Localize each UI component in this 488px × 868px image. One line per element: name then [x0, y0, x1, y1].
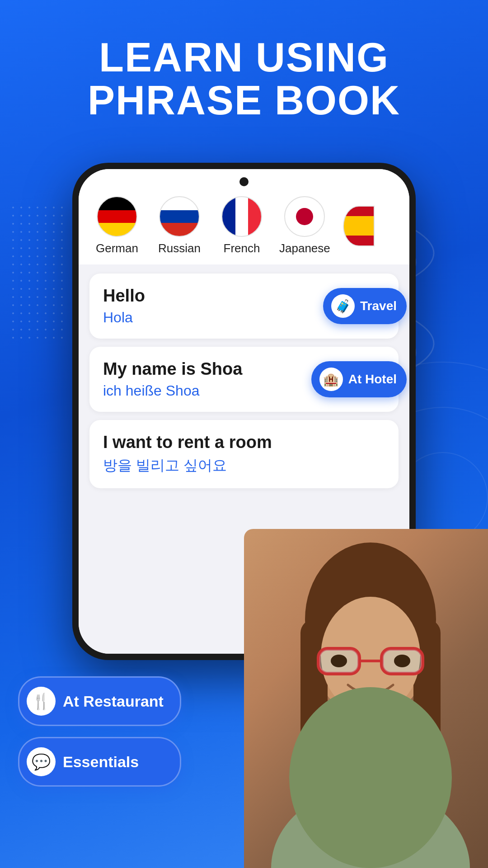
svg-point-16 — [289, 687, 452, 868]
language-russian[interactable]: Russian — [155, 196, 204, 255]
phrase-english-3: I want to rent a room — [103, 433, 385, 452]
phrase-card-hello[interactable]: Hello Hola 🧳 Travel — [89, 274, 399, 339]
dot-pattern-decoration — [9, 203, 63, 339]
essentials-icon: 💬 — [27, 747, 56, 776]
russian-flag — [159, 196, 200, 237]
woman-photo — [244, 529, 488, 868]
japanese-flag — [284, 196, 325, 237]
svg-point-12 — [331, 655, 347, 667]
title-line-1: LEARN USING — [0, 36, 488, 79]
travel-icon: 🧳 — [331, 294, 355, 318]
japanese-label: Japanese — [279, 241, 330, 255]
restaurant-icon: 🍴 — [27, 687, 56, 716]
title-line-2: PHRASE BOOK — [0, 79, 488, 122]
hotel-icon: 🏨 — [319, 368, 343, 391]
language-spanish-partial[interactable] — [343, 206, 375, 246]
travel-label: Travel — [360, 299, 397, 313]
russian-label: Russian — [158, 241, 201, 255]
language-japanese[interactable]: Japanese — [279, 196, 330, 255]
french-label: French — [224, 241, 260, 255]
phrase-card-room[interactable]: I want to rent a room 방을 빌리고 싶어요 — [89, 420, 399, 488]
german-label: German — [96, 241, 138, 255]
person-illustration — [244, 529, 488, 868]
language-french[interactable]: French — [217, 196, 267, 255]
hotel-label: At Hotel — [348, 372, 397, 387]
floating-category-buttons: 🍴 At Restaurant 💬 Essentials — [18, 676, 181, 787]
header-title: LEARN USING PHRASE BOOK — [0, 0, 488, 144]
spanish-flag-partial — [343, 206, 375, 246]
german-flag — [97, 196, 137, 237]
restaurant-button[interactable]: 🍴 At Restaurant — [18, 676, 181, 726]
language-german[interactable]: German — [92, 196, 142, 255]
essentials-label: Essentials — [63, 753, 139, 771]
category-badge-travel[interactable]: 🧳 Travel — [323, 288, 407, 324]
phone-camera — [239, 177, 249, 186]
phrase-translated-3: 방을 빌리고 싶어요 — [103, 456, 385, 476]
category-badge-hotel[interactable]: 🏨 At Hotel — [311, 361, 407, 397]
essentials-button[interactable]: 💬 Essentials — [18, 737, 181, 787]
french-flag — [221, 196, 262, 237]
restaurant-label: At Restaurant — [63, 693, 164, 710]
svg-point-13 — [394, 655, 410, 667]
phrase-card-name[interactable]: My name is Shoa ich heiße Shoa 🏨 At Hote… — [89, 347, 399, 412]
